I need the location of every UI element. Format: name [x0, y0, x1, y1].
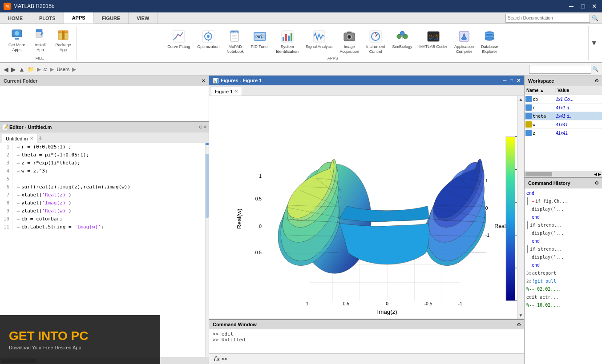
- tab-plots[interactable]: PLOTS: [31, 12, 64, 24]
- address-search-input[interactable]: [529, 65, 591, 74]
- code-line-6: 6 – surf(real(z),imag(z),real(w),imag(w)…: [0, 183, 205, 191]
- search-documentation-input[interactable]: [505, 14, 590, 23]
- command-input-bar[interactable]: fx >>: [209, 353, 524, 364]
- history-item-date1[interactable]: %-- 02.02....: [525, 285, 602, 293]
- var-value-w: 41x41: [555, 122, 602, 127]
- history-item-end1[interactable]: end: [525, 189, 602, 197]
- workspace-expand[interactable]: ⊙: [595, 78, 598, 83]
- ribbon-expand-button[interactable]: ▼: [590, 26, 598, 60]
- cmd-window-expand[interactable]: ⊙: [517, 322, 521, 327]
- figure-tab-close[interactable]: ✕: [234, 89, 238, 94]
- maximize-button[interactable]: □: [579, 3, 587, 10]
- history-item-end4[interactable]: end: [525, 261, 602, 269]
- scroll-up-icon[interactable]: ▲: [519, 97, 523, 102]
- command-window: Command Window ⊙ >> edit >> Untitled fx …: [209, 320, 524, 364]
- ws-scroll-left[interactable]: ◀: [594, 172, 597, 176]
- command-window-content[interactable]: >> edit >> Untitled: [209, 329, 524, 353]
- workspace-row-z[interactable]: z 41x41: [525, 129, 602, 137]
- history-item-if-strcmp1[interactable]: if strcmp...: [527, 221, 602, 229]
- address-search: 🔍: [529, 65, 598, 74]
- tab-close-icon[interactable]: ✕: [30, 136, 33, 141]
- history-item-date2[interactable]: %-- 10.02....: [525, 301, 602, 309]
- search-icon: 🔍: [592, 15, 598, 21]
- package-app-button[interactable]: PackageApp: [53, 26, 74, 54]
- cmd-history-expand[interactable]: ⊙: [595, 180, 598, 185]
- path-users[interactable]: Users: [57, 67, 69, 72]
- svg-rect-4: [36, 29, 42, 32]
- editor-close[interactable]: ✕: [203, 124, 207, 129]
- system-identification-button[interactable]: SystemIdentification: [273, 28, 302, 54]
- figure-1-tab[interactable]: Figure 1 ✕: [211, 87, 242, 96]
- history-item-gitpull[interactable]: 2x !git pull: [525, 277, 602, 285]
- matlab-coder-button[interactable]: {code} MATLAB MATLAB Coder: [416, 28, 450, 51]
- ws-scroll-right[interactable]: ▶: [598, 172, 601, 176]
- instrument-control-button[interactable]: InstrumentControl: [363, 28, 388, 54]
- path-c[interactable]: c:: [44, 67, 48, 72]
- application-compiler-button[interactable]: ApplicationCompiler: [451, 28, 477, 54]
- file-group-label: FILE: [36, 55, 44, 60]
- figure-minimize[interactable]: ─: [503, 78, 507, 84]
- mupad-icon: MuPAD: [228, 29, 242, 44]
- figure-tab-label: Figure 1: [215, 89, 233, 94]
- center-panel: 📊 Figures - Figure 1 ─ □ ✕ Figure 1 ✕: [209, 76, 524, 364]
- figure-vscrollbar[interactable]: ▲ ▼: [517, 96, 524, 319]
- install-app-button[interactable]: InstallApp: [30, 26, 51, 54]
- tab-home[interactable]: HOME: [0, 12, 31, 24]
- current-folder-close[interactable]: ✕: [202, 78, 205, 83]
- title-text: MATLAB R2015b: [13, 3, 55, 9]
- colorbar: [506, 136, 515, 300]
- workspace-row-w[interactable]: w 41x41: [525, 120, 602, 129]
- optimization-button[interactable]: Optimization: [194, 28, 222, 51]
- mupad-notebook-button[interactable]: MuPAD MuPADNotebook: [223, 28, 247, 54]
- signal-analysis-button[interactable]: Signal Analysis: [303, 28, 336, 51]
- tab-view[interactable]: VIEW: [129, 12, 158, 24]
- editor-scroll-indicator[interactable]: [205, 143, 209, 357]
- history-item-editactr[interactable]: edit actr...: [525, 293, 602, 301]
- figure-maximize[interactable]: □: [510, 78, 513, 84]
- history-item-end3[interactable]: end: [525, 237, 602, 245]
- figure-close[interactable]: ✕: [517, 78, 521, 84]
- image-acquisition-button[interactable]: ImageAcquisition: [336, 28, 362, 54]
- simbiology-button[interactable]: SimBiology: [389, 28, 416, 51]
- command-history-title: Command History: [528, 180, 570, 186]
- up-button[interactable]: ▲: [19, 66, 25, 73]
- curve-fitting-button[interactable]: Curve Fitting: [164, 28, 193, 51]
- minimize-button[interactable]: ─: [567, 3, 575, 10]
- database-explorer-button[interactable]: DatabaseExplorer: [478, 28, 501, 54]
- new-tab-button[interactable]: +: [38, 134, 42, 143]
- svg-rect-30: [288, 36, 290, 41]
- instctrl-label: InstrumentControl: [366, 44, 385, 54]
- history-item-actreport[interactable]: 3x actreport: [525, 269, 602, 277]
- imgacq-label: ImageAcquisition: [339, 44, 359, 54]
- title-bar: M MATLAB R2015b ─ □ ✕: [0, 0, 602, 12]
- history-item-display1[interactable]: display('...: [525, 205, 602, 213]
- pid-tuner-button[interactable]: PID PID Tuner: [248, 28, 272, 51]
- back-button[interactable]: ◀: [4, 66, 8, 73]
- tab-apps[interactable]: APPS: [64, 12, 94, 24]
- workspace-hscrollbar[interactable]: ◀ ▶: [525, 171, 602, 177]
- svg-rect-28: [283, 37, 284, 41]
- svg-text:-1: -1: [458, 301, 462, 306]
- untitled-tab[interactable]: Untitled.m ✕: [2, 134, 37, 143]
- workspace-row-r[interactable]: r 41x1 d...: [525, 104, 602, 112]
- history-item-display2[interactable]: display('...: [525, 229, 602, 237]
- code-line-9: 9 – zlabel('Real(w)'): [0, 207, 205, 215]
- close-button[interactable]: ✕: [590, 3, 598, 10]
- workspace-row-theta[interactable]: theta 1x41 d...: [525, 112, 602, 120]
- command-input[interactable]: [229, 356, 521, 362]
- get-more-apps-button[interactable]: Get MoreApps: [5, 26, 28, 54]
- history-item-display3[interactable]: display('...: [525, 253, 602, 261]
- code-line-5: 5: [0, 175, 205, 183]
- history-item-if-strcmp2[interactable]: if strcmp...: [527, 245, 602, 253]
- scroll-down-icon[interactable]: ▼: [519, 313, 523, 318]
- workspace-row-cb[interactable]: cb 1x1 Co...: [525, 95, 602, 104]
- package-app-label: PackageApp: [56, 43, 71, 52]
- sysid-icon: [280, 29, 295, 44]
- workspace-scroll-thumb: [525, 172, 552, 176]
- history-item-end2[interactable]: end: [525, 213, 602, 221]
- editor-options[interactable]: ⊙: [199, 124, 202, 129]
- history-item-if-figch[interactable]: – if fig.Ch...: [527, 197, 602, 205]
- forward-button[interactable]: ▶: [11, 66, 16, 73]
- code-line-1: 1 – r = (0:0.025:1)';: [0, 143, 205, 151]
- tab-figure[interactable]: FIGURE: [94, 12, 129, 24]
